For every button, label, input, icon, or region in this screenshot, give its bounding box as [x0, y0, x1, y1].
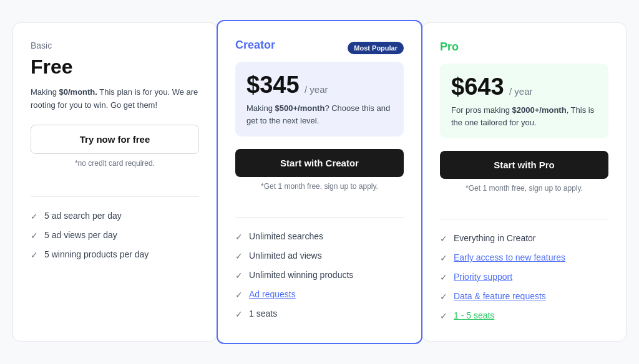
creator-feature-2-text: Unlimited ad views — [249, 251, 322, 261]
pro-header: Pro — [440, 41, 608, 59]
pro-feature-3-link[interactable]: Priority support — [454, 272, 512, 282]
basic-desc-suffix: This plan is for you. We are rooting for… — [31, 87, 198, 110]
creator-cta-note: *Get 1 month free, sign up to apply. — [235, 182, 404, 191]
pro-price-row: $643 / year — [451, 74, 597, 100]
basic-plan-card: Basic Free Making $0/month. This plan is… — [12, 22, 217, 342]
check-icon-2: ✓ — [31, 231, 38, 241]
pro-feature-5: ✓ 1 - 5 seats — [440, 310, 608, 321]
basic-plan-description: Making $0/month. This plan is for you. W… — [31, 86, 199, 112]
basic-tier-label: Basic — [31, 41, 199, 50]
creator-desc-highlight: $500+/month — [275, 103, 325, 113]
creator-feature-1-text: Unlimited searches — [249, 231, 323, 241]
pro-desc-highlight: $2000+/month — [512, 105, 567, 115]
basic-feature-3: ✓ 5 winning products per day — [31, 249, 199, 260]
check-icon-c2: ✓ — [235, 251, 243, 261]
check-icon-p1: ✓ — [440, 234, 447, 244]
check-icon-3: ✓ — [31, 250, 38, 260]
pro-feature-4-link[interactable]: Data & feature requests — [454, 291, 546, 301]
pro-feature-2-link[interactable]: Early access to new features — [454, 252, 565, 262]
pro-price-amount: $643 — [451, 74, 504, 100]
pro-price-desc: For pros making $2000+/month, This is th… — [451, 104, 597, 128]
check-icon-p4: ✓ — [440, 292, 447, 302]
creator-feature-1: ✓ Unlimited searches — [235, 231, 404, 242]
pro-feature-1: ✓ Everything in Creator — [440, 233, 608, 244]
basic-divider — [31, 196, 199, 197]
creator-price-row: $345 / year — [246, 72, 393, 98]
basic-feature-2: ✓ 5 ad views per day — [31, 230, 199, 241]
check-icon-1: ✓ — [31, 211, 38, 221]
pro-cta-note: *Get 1 month free, sign up to apply. — [440, 184, 608, 193]
creator-price-amount: $345 — [246, 72, 300, 98]
creator-feature-5: ✓ 1 seats — [235, 309, 404, 319]
check-icon-p3: ✓ — [440, 272, 447, 282]
creator-feature-5-text: 1 seats — [249, 309, 277, 318]
check-icon-c4: ✓ — [235, 290, 243, 300]
creator-feature-3: ✓ Unlimited winning products — [235, 270, 404, 280]
creator-feature-2: ✓ Unlimited ad views — [235, 251, 404, 261]
pro-cta-button[interactable]: Start with Pro — [440, 151, 608, 179]
pro-plan-card: Pro $643 / year For pros making $2000+/m… — [422, 22, 627, 342]
pro-features-list: ✓ Everything in Creator ✓ Early access t… — [440, 233, 608, 321]
check-icon-p5: ✓ — [440, 311, 447, 321]
basic-cta-button[interactable]: Try now for free — [31, 125, 199, 154]
basic-feature-2-text: 5 ad views per day — [44, 230, 117, 240]
pricing-container: Basic Free Making $0/month. This plan is… — [12, 22, 627, 342]
basic-features-list: ✓ 5 ad search per day ✓ 5 ad views per d… — [31, 211, 199, 260]
basic-feature-1: ✓ 5 ad search per day — [31, 211, 199, 221]
check-icon-p2: ✓ — [440, 253, 447, 263]
pro-feature-1-text: Everything in Creator — [454, 233, 536, 243]
check-icon-c3: ✓ — [235, 271, 243, 280]
creator-cta-button[interactable]: Start with Creator — [235, 149, 404, 177]
pro-desc-prefix: For pros making — [451, 105, 512, 115]
check-icon-c1: ✓ — [235, 232, 243, 242]
pro-feature-2: ✓ Early access to new features — [440, 252, 608, 263]
creator-divider — [235, 217, 404, 218]
creator-feature-3-text: Unlimited winning products — [249, 270, 353, 280]
creator-tier-label: Creator — [235, 39, 275, 52]
pro-tier-label: Pro — [440, 41, 459, 54]
creator-features-list: ✓ Unlimited searches ✓ Unlimited ad view… — [235, 231, 404, 319]
pro-divider — [440, 219, 608, 219]
basic-plan-name: Free — [31, 55, 199, 79]
most-popular-badge: Most Popular — [348, 42, 404, 54]
creator-feature-4: ✓ Ad requests — [235, 289, 404, 300]
pro-price-period: / year — [509, 86, 533, 97]
basic-no-credit-card: *no credit card required. — [31, 159, 199, 168]
pro-feature-4: ✓ Data & feature requests — [440, 291, 608, 302]
creator-price-desc: Making $500+/month? Choose this and get … — [246, 102, 393, 127]
pro-price-block: $643 / year For pros making $2000+/month… — [440, 64, 608, 138]
check-icon-c5: ✓ — [235, 309, 243, 319]
basic-feature-1-text: 5 ad search per day — [44, 211, 122, 221]
basic-feature-3-text: 5 winning products per day — [44, 249, 149, 259]
basic-price-highlight: $0/month. — [59, 87, 97, 97]
pro-feature-3: ✓ Priority support — [440, 272, 608, 282]
creator-header: Creator Most Popular — [235, 39, 404, 57]
creator-price-period: / year — [305, 84, 328, 95]
creator-feature-4-link[interactable]: Ad requests — [249, 289, 296, 299]
pro-feature-5-link[interactable]: 1 - 5 seats — [454, 310, 494, 320]
creator-price-block: $345 / year Making $500+/month? Choose t… — [235, 62, 404, 136]
creator-plan-card: Creator Most Popular $345 / year Making … — [217, 20, 422, 344]
